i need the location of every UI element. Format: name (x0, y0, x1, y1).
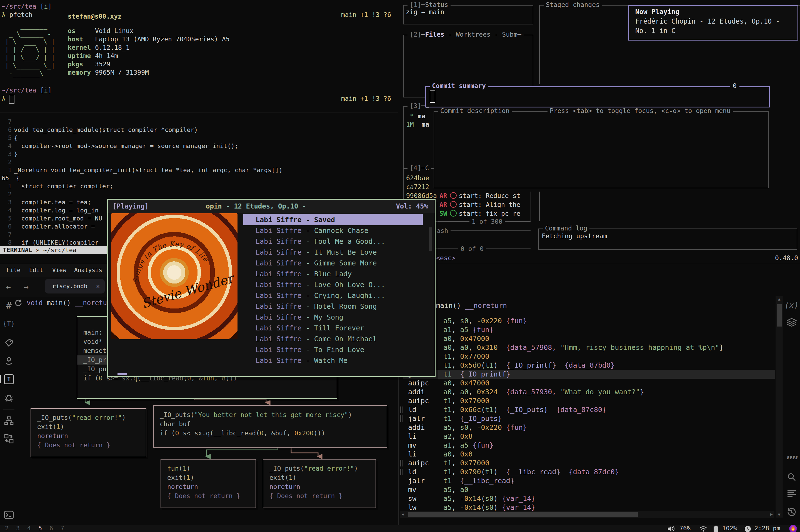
commit-summary-popup[interactable]: Commit summary 0 (425, 87, 770, 108)
commit-hash[interactable]: 99086d5a (406, 192, 437, 200)
bug-icon[interactable] (0, 392, 18, 404)
forward-icon[interactable]: → (24, 282, 29, 291)
disasm-row[interactable]: auipca0, 0x47000 (400, 334, 775, 343)
playlist-item[interactable]: Labi Siffre - Watch Me (243, 355, 423, 366)
log-row[interactable]: 1M ma (406, 121, 429, 128)
disasm-row[interactable]: addia0, a0, 0x310 {data_57908, "Hmm, ris… (400, 343, 775, 352)
vertical-scroll-thumb[interactable] (777, 304, 782, 326)
disasm-row[interactable]: ldt1, 0x790(t1) {__libc_read} {data_87dc… (400, 468, 775, 476)
playlist-item[interactable]: Labi Siffre - Blue Lady (243, 268, 423, 279)
clock-icon[interactable] (744, 526, 751, 532)
horizontal-scrollbar[interactable]: ◀ ▶ (400, 511, 775, 518)
location-pin-icon[interactable] (0, 355, 18, 367)
types-icon[interactable]: {T} (0, 318, 18, 330)
playlist-item[interactable]: Labi Siffre - Gimme Some More (243, 258, 423, 268)
editor-line[interactable]: 1_Noreturn void tea_compiler_init(struct… (0, 167, 398, 175)
search-icon[interactable] (783, 472, 800, 483)
scroll-left-icon[interactable]: ◀ (402, 512, 404, 517)
editor-line[interactable]: 6void tea_compile_module(struct compiler… (0, 126, 398, 134)
editor-line[interactable]: 2 (0, 191, 398, 199)
disasm-row[interactable]: jalrt1 {_IO_printf} (400, 370, 775, 379)
playlist-item[interactable]: Labi Siffre - Saved (243, 214, 423, 225)
commit-entry[interactable]: SWstart: fix pc re (440, 210, 520, 217)
strings-icon[interactable] (783, 490, 800, 499)
commit-entry[interactable]: ARstart: Align the (440, 201, 520, 208)
log-row[interactable]: * ma (406, 112, 425, 120)
disasm-row[interactable]: mva1, a5 {fun} (400, 325, 775, 334)
playlist-scroll-thumb[interactable] (429, 227, 432, 251)
disasm-row[interactable]: auipct1, 0x77000 (400, 352, 775, 361)
commit-hash[interactable]: 624bae (406, 174, 429, 182)
editor-line[interactable]: 7 (0, 118, 398, 126)
playlist-item[interactable]: Labi Siffre - It Must Be Love (243, 247, 423, 258)
playlist-item[interactable]: Labi Siffre - Hotel Room Song (243, 301, 423, 312)
scroll-up-icon[interactable]: ▲ (776, 297, 783, 302)
tray-flame-icon[interactable] (789, 525, 797, 532)
commit-hash[interactable]: ca7212 (406, 183, 429, 190)
hierarchy-icon[interactable] (0, 415, 18, 427)
workspace-7[interactable]: 7 (60, 525, 64, 532)
commit-entry[interactable]: ARstart: Reduce st (440, 192, 520, 200)
disasm-row[interactable]: auipct1, 0x77000 (400, 397, 775, 405)
disasm-row[interactable]: ldt1, 0x5d0(t1) {_IO_printf} {data_87bd0… (400, 361, 775, 370)
battery-icon[interactable] (713, 526, 718, 532)
playlist-item[interactable]: Labi Siffre - My Song (243, 312, 423, 323)
menu-edit[interactable]: Edit (29, 267, 43, 273)
scroll-right-icon[interactable]: ▶ (770, 512, 773, 517)
now-playing-notification[interactable]: Now Playing Frédéric Chopin - 12 Etudes,… (628, 5, 798, 40)
disasm-row[interactable]: auipct1, 0x77000 (400, 459, 775, 468)
playlist-item[interactable]: Labi Siffre - Cannock Chase (243, 225, 423, 236)
disasm-row[interactable]: jalrt1 {_IO_puts} (400, 414, 775, 423)
disasm-row[interactable]: addia0, a0, 0x324 {data_57930, "What do … (400, 387, 775, 397)
tab-riscy-bndb[interactable]: riscy.bndb ✕ (45, 279, 105, 293)
menu-view[interactable]: View (52, 267, 67, 273)
playlist-item[interactable]: Labi Siffre - Come On Michael (243, 334, 423, 344)
disasm-row[interactable]: addia5, s0, -0x220 {fun} (400, 423, 775, 432)
hash-icon[interactable]: # (0, 300, 18, 312)
volume-icon[interactable] (667, 526, 675, 532)
workspace-4[interactable]: 4 (27, 525, 31, 532)
terminal-icon[interactable] (0, 509, 18, 521)
playlist-item[interactable]: Labi Siffre - Fool Me a Good... (243, 236, 423, 247)
disasm-row[interactable]: lia2, 0x8 (400, 432, 775, 441)
cfg-node-riscy-check[interactable]: _IO_puts("You better not let this get mo… (153, 405, 387, 448)
variables-icon[interactable]: (x) (783, 301, 800, 310)
editor-line[interactable]: 65{ (0, 175, 398, 183)
playlist-item[interactable]: Labi Siffre - To Find Love (243, 344, 423, 355)
disasm-row[interactable]: swa5, -0x14(s0) {var_14} (400, 494, 775, 503)
editor-line[interactable]: 5{ (0, 134, 398, 142)
close-icon[interactable]: ✕ (96, 279, 100, 293)
playlist-item[interactable]: Labi Siffre - Till Forever (243, 323, 423, 334)
disasm-row[interactable]: addia5, s0, -0x220 {fun} (400, 317, 775, 325)
disasm-row[interactable]: mva5, a0 (400, 486, 775, 494)
history-icon[interactable] (783, 507, 800, 519)
tag-icon[interactable] (0, 337, 18, 349)
disassembly-listing[interactable]: addia5, s0, -0x220 {fun}mva1, a5 {fun}au… (400, 317, 775, 512)
playlist-item[interactable]: Labi Siffre - Love Oh Love O... (243, 279, 423, 290)
text-tool-icon[interactable]: T (0, 373, 18, 385)
vertical-scrollbar[interactable]: ▲ ▼ (776, 296, 783, 517)
scroll-down-icon[interactable]: ▼ (776, 512, 783, 517)
disasm-row[interactable]: mva1, a5 {fun} (400, 441, 775, 450)
editor-line[interactable]: 3} (0, 151, 398, 158)
terminal-cursor[interactable] (9, 95, 15, 103)
workspace-5[interactable]: 5 (38, 525, 42, 532)
editor-line[interactable]: 2 (0, 158, 398, 167)
playlist-item[interactable]: Labi Siffre - Crying, Laughi... (243, 290, 423, 301)
editor-line[interactable]: 4 compiler->root_mod->source_manager = s… (0, 142, 398, 151)
cfg-node-read-error-2[interactable]: _IO_puts("read error!")exit(1)noreturn{ … (263, 459, 376, 508)
menu-analysis[interactable]: Analysis (74, 267, 102, 273)
workspace-3[interactable]: 3 (16, 525, 20, 532)
menu-file[interactable]: File (6, 267, 21, 273)
cross-refs-icon[interactable] (0, 433, 18, 445)
disasm-row[interactable]: ldt1, 0x66c(t1) {_IO_puts} {data_87c80} (400, 405, 775, 414)
workspace-2[interactable]: 2 (5, 525, 8, 532)
xrefs-quotes-icon[interactable]: ”” (783, 454, 800, 467)
wifi-icon[interactable] (699, 526, 708, 532)
horizontal-scroll-thumb[interactable] (408, 512, 638, 517)
workspace-6[interactable]: 6 (50, 525, 53, 532)
editor-line[interactable]: 1 struct compiler compiler; (0, 183, 398, 191)
layers-icon[interactable] (783, 318, 800, 329)
disasm-row[interactable]: lia0, 0x0 (400, 450, 775, 459)
cfg-node-read-error-1[interactable]: _IO_puts("read error!")exit(1)noreturn{ … (31, 408, 146, 457)
